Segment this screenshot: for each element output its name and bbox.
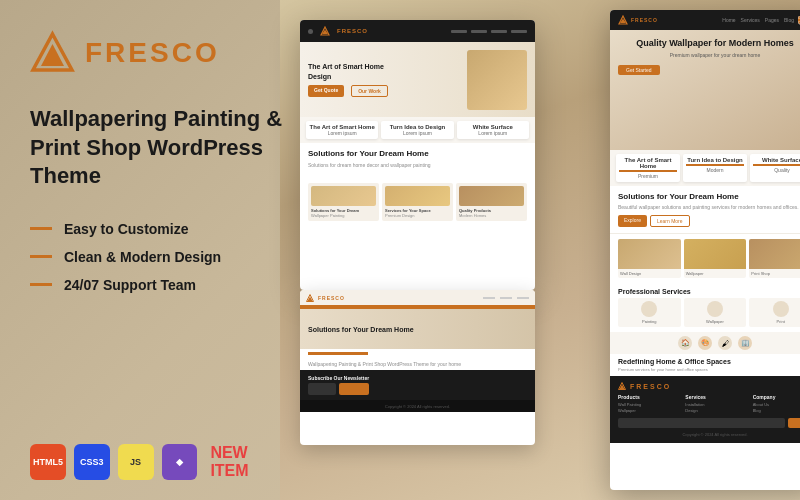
feature-icon-building: 🏢 [738, 336, 752, 350]
mockup-secondary-btn[interactable]: Our Work [351, 85, 388, 97]
solutions-body-text: Beautiful wallpaper solutions and painti… [618, 204, 800, 211]
hero-content: Quality Wallpaper for Modern Homes Premi… [618, 38, 800, 76]
card-thumbnail [684, 239, 747, 269]
service-icon [773, 301, 789, 317]
footer-logo-row: FRESCO [618, 382, 800, 390]
mockup-cards-row: Solutions for Your Dream Wallpaper Paint… [300, 179, 535, 225]
mockup-brand-text: FRESCO [337, 28, 368, 34]
footer-link[interactable]: Blog [753, 408, 800, 413]
card-desc: Wallpaper Painting [311, 213, 376, 218]
footer-logo-icon [618, 382, 626, 390]
feature-item: Easy to Customize [30, 221, 290, 237]
badge-label: ◆ [176, 457, 183, 467]
mockup-bottom-nav [483, 297, 529, 299]
brand-name: FRESCO [85, 37, 220, 69]
solutions-title: Solutions for Your Dream Home [308, 149, 527, 158]
feature-dash-icon [30, 255, 52, 258]
card-label: Wall Design [618, 269, 681, 278]
feature-label: 24/07 Support Team [64, 277, 196, 293]
feature-item: 24/07 Support Team [30, 277, 290, 293]
stat-item: Turn Idea to Design Lorem ipsum [381, 121, 453, 139]
mockup-right-navbar: FRESCO Home Services Pages Blog Get Quot… [610, 10, 800, 30]
copyright-bar: Copyright © 2024 All rights reserved. [300, 400, 535, 412]
mockup-footer-section: Subscribe Our Newsletter [300, 370, 535, 400]
footer-col-title: Services [685, 394, 744, 400]
card-thumbnail [749, 239, 800, 269]
mockup-preview-right: FRESCO Home Services Pages Blog Get Quot… [610, 10, 800, 490]
logo-area[interactable]: FRESCO [30, 30, 290, 75]
right-nav-links: Home Services Pages Blog [722, 17, 794, 23]
mockup-nav-items [451, 30, 527, 33]
mockup-stats-row: The Art of Smart Home Lorem ipsum Turn I… [300, 117, 535, 143]
features-list: Easy to Customize Clean & Modern Design … [30, 221, 290, 293]
service-card: Print Shop [749, 239, 800, 278]
footer-col-products: Products Wall Painting Wallpaper [618, 394, 677, 414]
footer-col-company: Company About Us Blog [753, 394, 800, 414]
right-stats-row: The Art of Smart Home Premium Turn Idea … [610, 150, 800, 186]
feature-label: Easy to Customize [64, 221, 188, 237]
html5-badge: HTML5 [30, 444, 66, 480]
mockup-area: FRESCO The Art of Smart Home Design Get … [280, 0, 800, 500]
footer-brand-name: FRESCO [630, 383, 671, 390]
explore-btn[interactable]: Explore [618, 215, 647, 227]
footer-link[interactable]: Wall Painting [618, 402, 677, 407]
logo-icon [30, 30, 75, 75]
copyright-text: Copyright © 2024 All rights reserved. [385, 404, 450, 409]
mockup-hero-image [467, 50, 527, 110]
service-card: Wall Design [618, 239, 681, 278]
redefine-section: Redefining Home & Office Spaces Premium … [610, 354, 800, 376]
right-service-cards: Wall Design Wallpaper Print Shop [610, 234, 800, 283]
main-heading: Wallpapering Painting & Print Shop WordP… [30, 105, 290, 191]
pro-services-heading: Professional Services [610, 283, 800, 298]
feature-item: Clean & Modern Design [30, 249, 290, 265]
card-label: Print Shop [749, 269, 800, 278]
service-grid-item: Painting [618, 298, 681, 327]
card-item: Services for Your Space Premium Design [382, 183, 453, 221]
feature-label: Clean & Modern Design [64, 249, 221, 265]
mockup-logo-icon [320, 26, 330, 36]
card-desc: Modern Homes [459, 213, 524, 218]
service-name: Print [752, 319, 800, 324]
footer-submit-button[interactable] [788, 418, 800, 428]
learn-more-btn[interactable]: Learn More [650, 215, 690, 227]
services-grid: Painting Wallpaper Print [610, 298, 800, 332]
tech-badges-row: HTML5 CSS3 JS ◆ NEW ITEM [30, 444, 290, 480]
footer-col-title: Company [753, 394, 800, 400]
redefine-heading: Redefining Home & Office Spaces [618, 358, 800, 365]
hero-cta-button[interactable]: Get Started [618, 65, 660, 75]
feature-dash-icon [30, 283, 52, 286]
right-mockup-brand: FRESCO [631, 17, 658, 23]
bottom-hero-text: Solutions for Your Dream Home [308, 326, 414, 333]
card-label: Wallpaper [684, 269, 747, 278]
right-hero-section: Quality Wallpaper for Modern Homes Premi… [610, 30, 800, 150]
hero-subtext: Premium wallpaper for your dream home [618, 52, 800, 58]
service-icon [641, 301, 657, 317]
mockup-hero-text: The Art of Smart Home Design [308, 62, 388, 82]
right-solutions-section: Solutions for Your Dream Home Beautiful … [610, 186, 800, 234]
css3-badge: CSS3 [74, 444, 110, 480]
badge-label: HTML5 [33, 457, 63, 467]
mockup-preview-main: FRESCO The Art of Smart Home Design Get … [300, 20, 535, 290]
feature-icon-paint: 🖌 [718, 336, 732, 350]
badge-label: CSS3 [80, 457, 104, 467]
footer-link[interactable]: Design [685, 408, 744, 413]
footer-link[interactable]: About Us [753, 402, 800, 407]
footer-col-services: Services Installation Design [685, 394, 744, 414]
hero-heading: Quality Wallpaper for Modern Homes [618, 38, 800, 50]
footer-link[interactable]: Wallpaper [618, 408, 677, 413]
service-icon [707, 301, 723, 317]
footer-email-input[interactable] [618, 418, 785, 428]
mockup-right-footer: FRESCO Products Wall Painting Wallpaper … [610, 376, 800, 443]
feature-icon-palette: 🎨 [698, 336, 712, 350]
service-card: Wallpaper [684, 239, 747, 278]
service-grid-item: Wallpaper [684, 298, 747, 327]
left-panel: FRESCO Wallpapering Painting & Print Sho… [0, 0, 320, 500]
footer-link[interactable]: Installation [685, 402, 744, 407]
card-item: Quality Products Modern Homes [456, 183, 527, 221]
icons-row: 🏠 🎨 🖌 🏢 [610, 332, 800, 354]
bottom-desc-text: Wallpapering Painting & Print Shop WordP… [300, 358, 535, 370]
subscribe-button[interactable] [339, 383, 369, 395]
redefine-text: Premium services for your home and offic… [618, 367, 800, 372]
footer-copyright: Copyright © 2024 All rights reserved. [618, 432, 800, 437]
card-desc: Premium Design [385, 213, 450, 218]
